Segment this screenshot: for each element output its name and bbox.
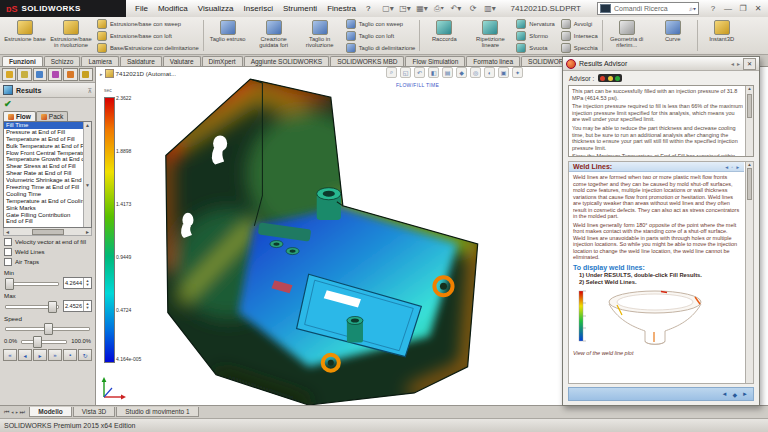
instant3d-button[interactable]: Instant3D xyxy=(699,18,745,53)
velocity-vector-checkbox[interactable] xyxy=(4,238,12,246)
tab-flow-simulation[interactable]: Flow Simulation xyxy=(405,56,465,66)
weld-lines-checkbox-row[interactable]: Weld Lines xyxy=(0,246,95,256)
intersect-button[interactable]: Interseca xyxy=(561,31,598,41)
extruded-cut-button[interactable]: Taglio estruso xyxy=(205,18,251,53)
result-item[interactable]: Gate Filling Contribution xyxy=(4,212,88,219)
spinner-arrows-icon[interactable]: ▲▼ xyxy=(83,278,91,288)
spinner-arrows-icon[interactable]: ▲▼ xyxy=(83,301,91,311)
weld-nav-icons[interactable]: ◂ ◦ ▸ xyxy=(725,164,740,170)
wrap-button[interactable]: Avvolgi xyxy=(561,19,598,29)
options-icon[interactable]: ▥▾ xyxy=(484,2,497,15)
tab-studio-di-movimento[interactable]: Studio di movimento 1 xyxy=(116,407,198,417)
menu-visualizza[interactable]: Visualizza xyxy=(193,2,239,15)
loop-button[interactable]: ↻ xyxy=(78,349,92,361)
tab-lamiera[interactable]: Lamiera xyxy=(81,56,118,66)
advisor-title-bar[interactable]: Results Advisor ◂ ▸ ✕ xyxy=(563,57,759,71)
weld-panel-scrollbar[interactable]: ▲ xyxy=(745,162,753,383)
advisor-message-scrollbar[interactable]: ▲ xyxy=(745,86,753,156)
scrollbar-thumb[interactable] xyxy=(747,94,752,118)
max-slider[interactable] xyxy=(3,301,61,311)
reference-geometry-button[interactable]: Geometria di riferim... xyxy=(604,18,650,53)
displaymanager-icon[interactable] xyxy=(63,68,77,81)
plastics-manager-icon[interactable] xyxy=(79,68,93,81)
save-icon[interactable]: ▦▾ xyxy=(416,2,429,15)
tab-modello[interactable]: Modello xyxy=(29,407,72,417)
stop-button[interactable]: ▪ xyxy=(63,349,77,361)
page-next-icon[interactable]: ► xyxy=(742,391,748,397)
boundary-cut-button[interactable]: Taglio di delimitazione xyxy=(346,43,416,53)
search-scope-icon[interactable] xyxy=(600,4,611,13)
advisor-message-box[interactable]: This part can be successfully filled wit… xyxy=(568,85,754,157)
weld-lines-checkbox[interactable] xyxy=(4,248,12,256)
scrollbar-thumb[interactable] xyxy=(32,229,64,235)
results-list-hscrollbar[interactable]: ◄► xyxy=(3,228,92,236)
open-icon[interactable]: ◳▾ xyxy=(399,2,412,15)
play-button[interactable]: ▸ xyxy=(33,349,47,361)
skip-start-button[interactable]: « xyxy=(3,349,17,361)
restore-icon[interactable]: ❐ xyxy=(737,4,749,13)
menu-inserisci[interactable]: Inserisci xyxy=(239,2,278,15)
featuremanager-tree-icon[interactable] xyxy=(2,68,16,81)
propertymanager-icon[interactable] xyxy=(17,68,31,81)
minimize-icon[interactable]: — xyxy=(722,4,734,13)
page-prev-icon[interactable]: ◄ xyxy=(721,391,727,397)
close-icon[interactable]: ✕ xyxy=(752,4,764,13)
min-spinbox[interactable]: 4.2644▲▼ xyxy=(63,277,92,289)
tab-valutare[interactable]: Valutare xyxy=(163,56,201,66)
scrollbar-thumb[interactable] xyxy=(747,168,752,200)
tab-aggiunte-solidworks[interactable]: Aggiunte SOLIDWORKS xyxy=(244,56,330,66)
weld-lines-help-panel[interactable]: Weld Lines: ◂ ◦ ▸ Weld lines are formed … xyxy=(568,161,754,384)
configurationmanager-icon[interactable] xyxy=(33,68,47,81)
pushpin-icon[interactable]: ⊼ xyxy=(88,87,92,94)
result-item[interactable]: Pressure at End of Fill xyxy=(4,129,88,136)
tab-vista-3d[interactable]: Vista 3D xyxy=(73,407,115,417)
results-list-vscrollbar[interactable]: ▲▼ xyxy=(83,122,91,227)
print-icon[interactable]: ⎙▾ xyxy=(433,2,446,15)
menu-file[interactable]: File xyxy=(130,2,153,15)
tab-formato-linea[interactable]: Formato linea xyxy=(466,56,520,66)
menu-strumenti[interactable]: Strumenti xyxy=(278,2,322,15)
tab-dimxpert[interactable]: DimXpert xyxy=(202,56,243,66)
air-traps-checkbox-row[interactable]: Air Traps xyxy=(0,256,95,266)
result-item[interactable]: Bulk Temperature at End of Fill xyxy=(4,143,88,150)
shell-button[interactable]: Svuota xyxy=(516,43,554,53)
results-list[interactable]: Fill Time Pressure at End of Fill Temper… xyxy=(3,121,92,228)
step-back-button[interactable]: ◂ xyxy=(18,349,32,361)
result-item[interactable]: Temperature at End of Cooling xyxy=(4,198,88,205)
expand-icon[interactable]: ▸ xyxy=(100,71,103,77)
mirror-button[interactable]: Specchia xyxy=(561,43,598,53)
draft-button[interactable]: Sformo xyxy=(516,31,554,41)
result-item[interactable]: Volumetric Shrinkage at End of xyxy=(4,177,88,184)
revolved-boss-button[interactable]: Estrusione/base in rivoluzione xyxy=(48,18,94,53)
lofted-cut-button[interactable]: Taglio con loft xyxy=(346,31,416,41)
linear-pattern-button[interactable]: Ripetizione lineare xyxy=(467,18,513,53)
advisor-forward-icon[interactable]: ▸ xyxy=(737,60,740,67)
result-item[interactable]: Sink Marks xyxy=(4,205,88,212)
result-item[interactable]: Temperature Growth at End of F xyxy=(4,156,88,163)
result-item[interactable]: Flow Front Central Temperature xyxy=(4,150,88,157)
dimxpertmanager-icon[interactable] xyxy=(48,68,62,81)
tab-flow[interactable]: Flow xyxy=(3,111,36,121)
command-search-input[interactable]: Comandi Ricerca ⌕▾ xyxy=(597,2,699,15)
min-slider[interactable] xyxy=(3,278,61,288)
revolved-cut-button[interactable]: Taglio in rivoluzione xyxy=(297,18,343,53)
tab-solidworks-mbd[interactable]: SOLIDWORKS MBD xyxy=(330,56,404,66)
swept-boss-button[interactable]: Estrusione/base con sweep xyxy=(97,19,199,29)
rib-button[interactable]: Nervatura xyxy=(516,19,554,29)
swept-cut-button[interactable]: Taglio con sweep xyxy=(346,19,416,29)
hole-wizard-button[interactable]: Creazione guidata fori xyxy=(251,18,297,53)
help-icon[interactable]: ? xyxy=(707,4,719,13)
advisor-close-icon[interactable]: ✕ xyxy=(743,58,756,70)
curves-button[interactable]: Curve xyxy=(650,18,696,53)
result-item[interactable]: Shear Rate at End of Fill xyxy=(4,170,88,177)
extruded-boss-button[interactable]: Estrusione base xyxy=(2,18,48,53)
boundary-boss-button[interactable]: Base/Estrusione con delimitazione xyxy=(97,43,199,53)
rebuild-icon[interactable]: ⟳ xyxy=(467,2,480,15)
result-item[interactable]: Freezing Time at End of Fill xyxy=(4,184,88,191)
tab-schizzo[interactable]: Schizzo xyxy=(44,56,81,66)
speed-slider[interactable] xyxy=(3,323,92,333)
menu-help[interactable]: ? xyxy=(361,2,375,15)
tab-saldature[interactable]: Saldature xyxy=(120,56,162,66)
model-3d-fill-time-plot[interactable] xyxy=(154,73,574,405)
new-document-icon[interactable]: ▢▾ xyxy=(382,2,395,15)
